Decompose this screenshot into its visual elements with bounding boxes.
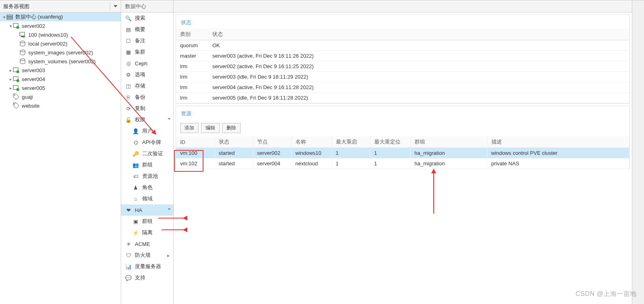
menu-users[interactable]: 👤用户 <box>121 125 173 137</box>
collapse-icon[interactable]: ▾ <box>2 15 6 19</box>
chevron-down-icon <box>168 208 171 210</box>
menu-groups[interactable]: 👥群组 <box>121 159 173 171</box>
menu-acme[interactable]: ✳ACME <box>121 238 173 250</box>
tree-item-system-volumes[interactable]: system_volumes (server002) <box>0 57 121 66</box>
collapse-icon[interactable]: ▾ <box>8 24 13 28</box>
svg-point-10 <box>20 59 25 60</box>
col-state[interactable]: 状态 <box>214 136 253 148</box>
tree-item-website[interactable]: website <box>0 101 121 110</box>
tree-label: guaji <box>22 94 33 100</box>
svg-point-16 <box>17 88 19 91</box>
tree-item-vm100[interactable]: 100 (windows10) <box>0 30 121 39</box>
server-online-icon <box>13 23 19 29</box>
certificate-icon: ✳ <box>125 241 132 247</box>
expand-icon[interactable]: ▸ <box>8 68 13 73</box>
menu-notes[interactable]: ☐备注 <box>121 35 173 46</box>
col-id[interactable]: ID <box>176 136 214 148</box>
table-row[interactable]: masterserver003 (active, Fri Dec 9 16:11… <box>176 51 629 61</box>
storage-icon <box>19 40 26 47</box>
menu-roles[interactable]: ♟角色 <box>121 182 173 193</box>
tree-label: server005 <box>22 85 45 91</box>
menu-backup[interactable]: ⎘备份 <box>121 92 173 103</box>
replication-icon: ⟳ <box>125 106 132 112</box>
menu-firewall[interactable]: 🛡防火墙▸ <box>121 250 173 261</box>
storage-icon <box>19 58 26 65</box>
tree-item-server003[interactable]: ▸ server003 <box>0 66 121 75</box>
tree-item-local[interactable]: local (server002) <box>0 39 121 48</box>
table-row[interactable]: vm:102startedserver004nextcloud11ha_migr… <box>176 158 629 169</box>
menu-pools[interactable]: 🏷资源池 <box>121 171 173 182</box>
menu-options[interactable]: ⚙选项 <box>121 69 173 80</box>
add-button[interactable]: 添加 <box>180 123 199 133</box>
edit-button[interactable]: 编辑 <box>201 123 220 133</box>
col-name[interactable]: 名称 <box>291 136 331 148</box>
menu-replication[interactable]: ⟳复制 <box>121 103 173 114</box>
tree-item-system-images[interactable]: system_images (server002) <box>0 48 121 57</box>
tree-item-server004[interactable]: ▸ server004 <box>0 75 121 83</box>
cell-type: lrm <box>176 82 208 93</box>
menu-summary[interactable]: ▤概要 <box>121 24 173 35</box>
cell-desc: windows control PVE cluster <box>487 148 629 158</box>
tag-icon <box>13 102 19 109</box>
menu-api-tokens[interactable]: ⌬API令牌 <box>121 137 173 148</box>
gear-icon: ⚙ <box>125 72 132 78</box>
right-gutter <box>632 0 644 304</box>
col-status[interactable]: 状态 <box>208 29 629 40</box>
object-group-icon: ▣ <box>132 219 139 225</box>
cell-max-restart: 1 <box>331 148 370 158</box>
col-max-restart[interactable]: 最大重启 <box>331 136 370 148</box>
menu-realms[interactable]: ⌂领域 <box>121 193 173 204</box>
cell-node: server002 <box>253 148 291 158</box>
table-row[interactable]: lrmserver003 (idle, Fri Dec 9 16:11:29 2… <box>176 72 629 82</box>
col-type[interactable]: 类别 <box>176 29 208 40</box>
expand-icon[interactable]: ▸ <box>8 86 13 90</box>
cell-type: lrm <box>176 72 208 82</box>
menu-ha[interactable]: ❤HA <box>121 204 173 216</box>
menu-cluster[interactable]: ▦集群 <box>121 46 173 58</box>
chart-icon: 📊 <box>125 264 132 270</box>
tree-item-datacenter[interactable]: ▾ 数据中心 (xuanfeng) <box>0 12 121 21</box>
cell-type: lrm <box>176 61 208 72</box>
tree-item-server005[interactable]: ▸ server005 <box>0 83 121 92</box>
menu-permissions[interactable]: 🔓权限 <box>121 114 173 125</box>
table-row[interactable]: vm:100startedserver002windows1011ha_migr… <box>176 148 629 158</box>
book-icon: ▤ <box>125 27 132 33</box>
menu-fencing[interactable]: ⚡隔离 <box>121 227 173 238</box>
cell-group: ha_migration <box>410 158 487 169</box>
svg-point-8 <box>20 41 25 43</box>
resources-table[interactable]: ID 状态 节点 名称 最大重启 最大重定位 群组 描述 vm:100start… <box>176 136 629 169</box>
table-row[interactable]: lrmserver005 (idle, Fri Dec 9 16:11:28 2… <box>176 93 629 103</box>
status-section-title: 状态 <box>176 15 629 29</box>
menu-ha-groups[interactable]: ▣群组 <box>121 216 173 227</box>
tree-label: server003 <box>22 67 45 73</box>
menu-storage[interactable]: ◫存储 <box>121 80 173 92</box>
col-group[interactable]: 群组 <box>410 136 487 148</box>
heartbeat-icon: ❤ <box>125 207 132 213</box>
col-node[interactable]: 节点 <box>253 136 291 148</box>
svg-point-17 <box>14 95 15 96</box>
cell-state: started <box>214 158 253 169</box>
menu-ceph[interactable]: ◎Ceph <box>121 58 173 69</box>
tree-item-guaji[interactable]: guaji <box>0 92 121 101</box>
tree-item-server002[interactable]: ▾ server002 <box>0 21 121 30</box>
tree-label: website <box>22 103 40 109</box>
cell-status: server003 (idle, Fri Dec 9 16:11:29 2022… <box>208 72 629 82</box>
expand-icon[interactable]: ▸ <box>8 77 13 81</box>
menu-support[interactable]: 💬支持 <box>121 272 173 283</box>
menu-search[interactable]: 🔍搜索 <box>121 12 173 24</box>
storage-icon: ◫ <box>125 83 132 89</box>
menu-twofa[interactable]: 🔑二次验证 <box>121 148 173 159</box>
col-desc[interactable]: 描述 <box>487 136 629 148</box>
table-row[interactable]: lrmserver004 (active, Fri Dec 9 16:11:28… <box>176 82 629 93</box>
menu-metrics[interactable]: 📊度量服务器 <box>121 261 173 272</box>
table-row[interactable]: quorumOK <box>176 40 629 51</box>
svg-point-12 <box>17 71 19 73</box>
server-tree[interactable]: ▾ 数据中心 (xuanfeng) ▾ server002 100 (windo… <box>0 12 121 304</box>
col-max-relocate[interactable]: 最大重定位 <box>370 136 410 148</box>
chevron-down-icon <box>113 5 117 7</box>
table-row[interactable]: lrmserver002 (active, Fri Dec 9 16:11:25… <box>176 61 629 72</box>
cell-name: nextcloud <box>291 158 331 169</box>
realm-icon: ⌂ <box>132 196 139 202</box>
view-selector[interactable]: 服务器视图 <box>0 0 121 12</box>
remove-button[interactable]: 删除 <box>222 123 241 133</box>
